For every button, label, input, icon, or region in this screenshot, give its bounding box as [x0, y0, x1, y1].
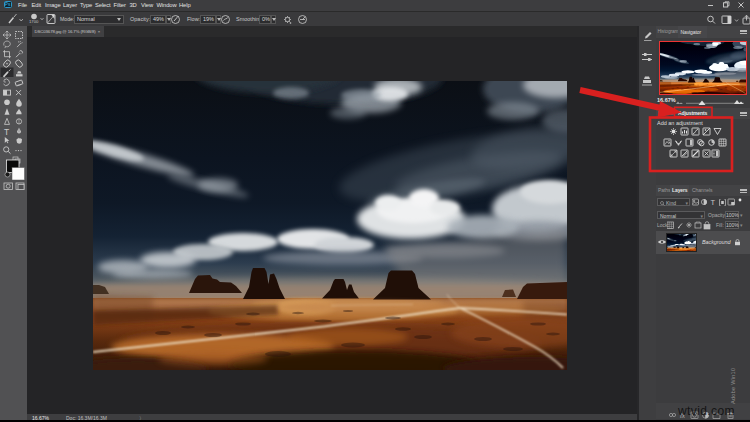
svg-text:T: T: [4, 127, 9, 137]
svg-text:1700: 1700: [29, 19, 39, 24]
svg-text:T: T: [711, 198, 716, 207]
